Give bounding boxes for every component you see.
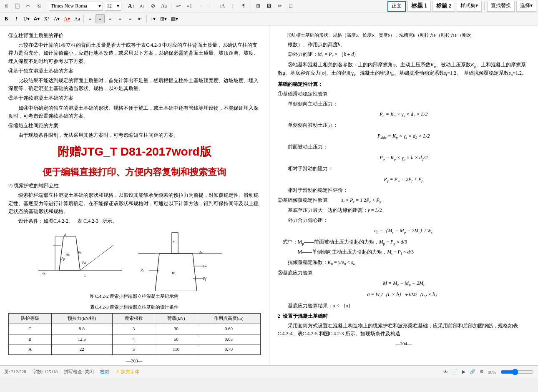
decrease-font-btn[interactable]: A↓ <box>138 2 147 11</box>
bold-btn[interactable]: B <box>2 14 11 23</box>
sep1 <box>46 2 46 10</box>
col-header-height: 作用点高度(m) <box>197 314 260 324</box>
spell-check: 拼写检查: 关闭 <box>64 369 94 375</box>
svg-text:d₂: d₂ <box>199 251 202 254</box>
view-print-icon[interactable]: 📄 <box>452 369 458 374</box>
stability-calc-heading: 基础的稳定性计算： <box>278 80 530 88</box>
indent-increase-btn[interactable]: → <box>196 2 205 11</box>
table-row: B 12.5 4 50 0.65 <box>9 334 261 344</box>
concrete-foundation-text: 采用套筒方式设置在混凝土构造物上的缆索护栏和波形梁栏基础，应采用前部和后部加固钢… <box>278 322 530 338</box>
right-moment-formula: ②外力的矩：Mc = Pc × （h＋d） <box>278 50 530 59</box>
style-collection-dropdown[interactable]: 样式集▾ <box>457 1 482 12</box>
insert-table-btn[interactable]: ⊞ <box>254 2 263 11</box>
font-size-selector[interactable]: 12 ▾ <box>105 2 121 11</box>
text-effect-btn[interactable]: Aa <box>159 2 168 11</box>
sort-btn[interactable]: ↕A <box>217 2 226 11</box>
distributed-btn[interactable]: ≡ <box>126 14 135 23</box>
justify-btn[interactable]: ≡ <box>116 14 125 23</box>
cell-load-a: 110 <box>155 344 197 355</box>
eccentric-dist-label: 外力合力偏心距： <box>278 216 530 224</box>
front-passive-label: 前面被动土压力： <box>278 143 530 151</box>
table-row: C 9.8 3 30 0.60 <box>9 324 261 334</box>
font-name-selector[interactable]: Times New Roma ▾ <box>49 2 103 11</box>
format-brush-btn[interactable]: ⎘ <box>2 2 11 11</box>
single-side-passive-label: 单侧侧向被动土压力： <box>278 121 530 129</box>
sliding-stability-heading: ①基础滑动稳定性验算 <box>278 90 530 98</box>
phonetic-btn[interactable]: Aa <box>73 14 82 23</box>
draw-btn[interactable]: ✏ <box>275 2 284 11</box>
underline-btn[interactable]: U▾ <box>22 14 31 23</box>
left-page-num: —203— <box>8 357 261 365</box>
align-right-btn[interactable]: ≡ <box>106 14 115 23</box>
left-section-2-title: 2) 缆索护栏的端部立柱 <box>8 182 261 190</box>
line-height-btn[interactable]: ↕▾ <box>148 14 158 23</box>
style-h1-btn[interactable]: 标题 1 <box>407 1 431 12</box>
size-dropdown-icon: ▾ <box>117 3 119 9</box>
col-header-load: 荷载(kN) <box>155 314 197 324</box>
cell-height-b: 0.65 <box>197 334 260 344</box>
indent-decrease-btn[interactable]: ← <box>206 2 216 11</box>
font-dropdown-icon: ▾ <box>98 3 101 9</box>
figure-caption: 图C.4.2-2 缆索护栏端部立柱混凝土基础示例 <box>8 293 261 300</box>
shading-btn[interactable]: ▨▾ <box>169 14 180 23</box>
cell-load-c: 30 <box>155 324 197 334</box>
numbering-btn[interactable]: ≡1 <box>185 2 194 11</box>
copy-btn[interactable]: ⎗ <box>34 2 43 11</box>
border-btn[interactable]: ⊞▾ <box>158 14 168 23</box>
indent-left-btn[interactable]: ⇤ <box>136 14 145 23</box>
align-center-btn[interactable]: ≡ <box>96 14 105 23</box>
view-outline-icon[interactable]: 🔗 <box>470 369 475 374</box>
right-intro-1: ①坑槽土基础的形状、规格（高度a、长度b、宽度b），坑槽宽b（则拉力F（则拉力F… <box>278 32 530 39</box>
insert-shape-btn[interactable]: ◻ <box>286 2 295 11</box>
superscript-btn[interactable]: X² <box>42 14 51 23</box>
formula-pa: Pa = Ka × γs × d2 × L/2 <box>278 111 530 119</box>
cut-btn[interactable]: ✂ <box>23 2 33 11</box>
svg-text:d: d <box>64 233 66 237</box>
line-spacing-btn[interactable]: ↕ <box>228 2 237 11</box>
style-panel: 正文 标题 1 标题 2 样式集▾ 查找替换 选择▾ <box>387 1 536 12</box>
figure-diagram: Pc Pp Pa d d₂ L Wc <box>34 229 234 291</box>
insert-pic-btn[interactable]: 🖼 <box>264 2 274 11</box>
table-caption: 表C.4.2-3 缆索护栏端部立柱基础的设计条件 <box>8 304 261 311</box>
strikethrough-btn[interactable]: A̶▾ <box>32 14 41 23</box>
svg-text:Pf: Pf <box>203 277 207 281</box>
zoom-level: 90% <box>488 369 496 374</box>
increase-font-btn[interactable]: A↑ <box>127 2 136 11</box>
edge-dist-label: 基底至压力最大一边的边缘的距离：y = L/2 <box>278 206 530 214</box>
sliding-stability-eval-label: 相对于滑动的稳定性评价： <box>278 186 530 194</box>
word-count: 字数: 125118 <box>33 369 58 375</box>
bullets-btn[interactable]: ≡• <box>174 2 183 11</box>
cell-level-a: A <box>9 344 52 355</box>
view-draft-icon[interactable]: ⚙ <box>480 369 484 374</box>
view-read-icon[interactable]: 👁 <box>443 369 448 374</box>
highlight-btn[interactable]: A▾ <box>52 14 62 23</box>
style-h2-btn[interactable]: 标题 2 <box>432 1 455 12</box>
style-normal-btn[interactable]: 正文 <box>387 1 406 12</box>
cell-pretension-a: 22 <box>51 344 112 355</box>
cell-cables-b: 4 <box>112 334 155 344</box>
formula-M: M = Mc − Mp − 2Mt <box>278 279 530 288</box>
left-para-2: 比较结果不能达到规定的背面土质量时，首先计算出不足量，然后根据立柱外土基坡顶宽度… <box>8 77 261 93</box>
proofread[interactable]: 校对 <box>100 369 109 375</box>
view-web-icon[interactable]: ▶ <box>462 369 465 374</box>
overlay-title: 附赠JTG_T D81-2017word版 <box>8 143 261 161</box>
figure-area: Pc Pp Pa d d₂ L Wc <box>8 229 261 300</box>
overlay-subtitle: 便于编辑直接打印、方便内容复制和搜索查询 <box>8 165 261 179</box>
stress-check-result: 基底应力验算结果：σ < ［σ］ <box>278 302 530 310</box>
font-color-btn[interactable]: A▾ <box>62 14 72 23</box>
missing-font-warning[interactable]: ⚠ 缺失字体 <box>116 369 139 375</box>
italic-btn[interactable]: I <box>12 14 21 23</box>
sep3 <box>171 2 171 10</box>
select-btn[interactable]: 选择▾ <box>516 1 536 12</box>
find-replace-btn[interactable]: 查找替换 <box>487 1 515 12</box>
align-left-btn[interactable]: ≡ <box>85 14 95 23</box>
cell-height-c: 0.60 <box>197 324 260 334</box>
paste-btn[interactable]: 📋 <box>13 2 22 11</box>
left-para-5: 缆索护栏端部立柱混凝土基础的形状和规格，以假设其能够承受缆索的预拉力为前提，对倾… <box>8 191 261 216</box>
clear-format-btn[interactable]: ⊘ <box>148 2 158 11</box>
show-para-btn[interactable]: ¶ <box>239 2 248 11</box>
left-para-1: 比较在②中计算的1根立柱的背面土质量是否大于或等于表C.4.2-3 中对应的立柱… <box>8 41 261 65</box>
left-para-4: 由于现场条件限制，无法采用其他方案时，可考虑缩短立柱间距的方案。 <box>8 131 261 139</box>
zoom-slider[interactable] <box>500 369 534 375</box>
left-section-5-title: ⑤基于连续混凝土基础的方案 <box>8 94 261 102</box>
